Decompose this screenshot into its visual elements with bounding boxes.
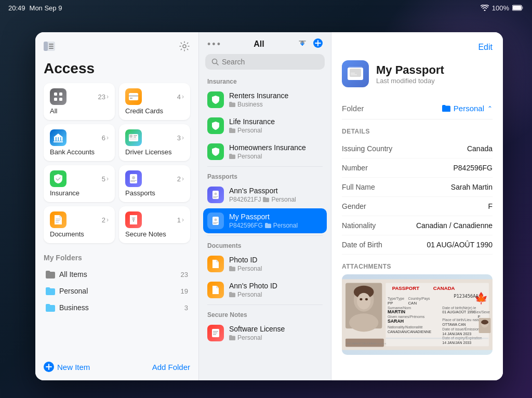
passport-cat-icon <box>125 170 142 187</box>
svg-text:Sex/Sexe: Sex/Sexe <box>474 310 490 314</box>
search-input[interactable] <box>222 58 318 66</box>
svg-rect-50 <box>213 333 217 334</box>
svg-rect-6 <box>49 46 54 47</box>
middle-panel: ••• All <box>199 32 331 380</box>
svg-rect-55 <box>351 73 355 74</box>
status-bar: 20:49 Mon Sep 9 100% <box>0 0 532 16</box>
category-bank-accounts[interactable]: 6 › Bank Accounts <box>44 124 115 161</box>
my-passport-icon <box>207 213 224 229</box>
folder-row-value[interactable]: Personal ⌃ <box>442 104 493 113</box>
svg-point-35 <box>132 218 135 221</box>
svg-text:PP: PP <box>388 301 393 306</box>
anns-photo-id-sub: Personal <box>229 291 323 298</box>
svg-rect-5 <box>49 44 54 45</box>
photo-id-title: Photo ID <box>229 256 323 264</box>
svg-point-28 <box>132 176 135 179</box>
all-icon <box>50 88 66 105</box>
folder-all-items[interactable]: All Items 23 <box>44 266 190 283</box>
middle-header: ••• All <box>199 32 331 54</box>
svg-text:14 JAN/JAN 2033: 14 JAN/JAN 2033 <box>442 341 471 344</box>
list-item-homeowners-insurance[interactable]: Homeowners Insurance Personal <box>203 139 327 164</box>
detail-number: Number P842596FG <box>342 158 493 178</box>
search-bar[interactable] <box>205 54 325 70</box>
passports-label: Passports <box>125 189 184 197</box>
divider-3 <box>207 304 323 305</box>
svg-rect-2 <box>513 6 521 10</box>
driver-icon <box>125 129 142 146</box>
category-credit-cards[interactable]: 4 › Credit Cards <box>119 83 190 120</box>
credit-cards-count: 4 › <box>177 93 184 101</box>
folder-business[interactable]: Business 3 <box>44 299 190 316</box>
list-item-software-license[interactable]: Software License Personal <box>203 321 327 346</box>
list-item-anns-photo-id[interactable]: Ann's Photo ID Personal <box>203 277 327 302</box>
homeowners-ins-title: Homeowners Insurance <box>229 143 323 152</box>
svg-rect-51 <box>213 334 216 335</box>
folder-personal[interactable]: Personal 19 <box>44 283 190 299</box>
plus-circle-icon <box>44 362 54 372</box>
svg-rect-1 <box>522 7 523 9</box>
passport-attachment[interactable]: PASSPORT CANADA 🍁 P123456AA Type/Type Co… <box>342 274 493 355</box>
anns-passport-title: Ann's Passport <box>229 187 323 195</box>
add-folder-button[interactable]: Add Folder <box>152 363 190 372</box>
dots-menu[interactable]: ••• <box>207 39 220 50</box>
category-passports[interactable]: 2 › Passports <box>119 165 190 202</box>
new-item-button[interactable]: New Item <box>44 362 90 372</box>
svg-rect-4 <box>44 42 48 51</box>
anns-photo-id-title: Ann's Photo ID <box>229 282 323 290</box>
secure-notes-cat-icon <box>125 211 142 228</box>
svg-rect-32 <box>56 220 60 221</box>
add-icon[interactable] <box>313 38 323 50</box>
list-item-anns-passport[interactable]: Ann's Passport P842621FJ Personal <box>203 182 327 207</box>
edit-button[interactable]: Edit <box>478 43 493 52</box>
documents-label: Documents <box>50 230 109 238</box>
anns-passport-sub: P842621FJ Personal <box>229 196 323 203</box>
list-item-my-passport[interactable]: My Passport P842596FG Personal <box>203 208 327 233</box>
category-documents[interactable]: 2 › Documents <box>44 206 115 243</box>
all-label: All <box>50 107 109 115</box>
folder-row-text: Personal <box>454 104 484 113</box>
folder-row: Folder Personal ⌃ <box>342 98 493 120</box>
sort-icon[interactable] <box>298 38 307 50</box>
category-secure-notes[interactable]: 1 › Secure Notes <box>119 206 190 243</box>
insurance-label: Insurance <box>50 189 109 197</box>
svg-point-62 <box>357 293 370 310</box>
driver-licenses-label: Driver Licenses <box>125 148 184 156</box>
credit-card-icon <box>125 88 142 105</box>
svg-rect-43 <box>213 197 217 198</box>
bank-accounts-count: 6 › <box>102 134 109 142</box>
driver-licenses-count: 3 › <box>177 134 184 142</box>
bank-accounts-label: Bank Accounts <box>50 148 109 156</box>
sidebar-toggle-icon[interactable] <box>44 42 55 53</box>
homeowners-ins-icon <box>207 143 224 160</box>
middle-list: Insurance Renters Insurance Business <box>199 74 331 380</box>
section-documents: Documents <box>203 238 327 251</box>
category-all[interactable]: 23 › All <box>44 83 115 120</box>
folder-personal-icon <box>46 287 55 295</box>
date: Mon Sep 9 <box>30 4 62 12</box>
right-header: Edit <box>342 43 493 52</box>
secure-notes-label: Secure Notes <box>125 230 184 238</box>
life-ins-title: Life Insurance <box>229 117 323 126</box>
item-icon-large <box>342 60 369 87</box>
list-item-renters-insurance[interactable]: Renters Insurance Business <box>203 87 327 112</box>
left-footer: New Item Add Folder <box>44 355 190 372</box>
folder-personal-label: Personal <box>59 287 88 295</box>
wifi-icon <box>481 5 489 11</box>
category-insurance[interactable]: 5 › Insurance <box>44 165 115 202</box>
battery-icon <box>512 5 524 11</box>
svg-rect-19 <box>61 137 63 141</box>
item-main-title: My Passport <box>376 63 444 77</box>
list-item-life-insurance[interactable]: Life Insurance Personal <box>203 113 327 138</box>
svg-rect-56 <box>351 74 357 75</box>
svg-rect-33 <box>56 222 59 222</box>
svg-rect-21 <box>54 141 63 142</box>
list-item-photo-id[interactable]: Photo ID Personal <box>203 251 327 276</box>
category-driver-licenses[interactable]: 3 › Driver Licenses <box>119 124 190 161</box>
svg-rect-46 <box>213 222 218 223</box>
svg-rect-36 <box>133 220 134 222</box>
divider-1 <box>207 166 323 167</box>
settings-icon[interactable] <box>179 41 190 54</box>
svg-rect-26 <box>129 139 137 139</box>
svg-rect-23 <box>129 135 132 138</box>
svg-rect-11 <box>54 98 57 101</box>
